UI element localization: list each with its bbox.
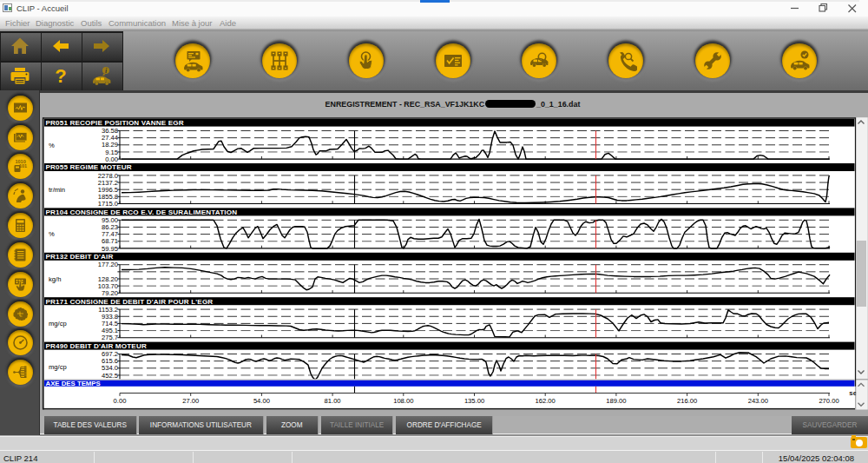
svg-text:243.00: 243.00 (748, 397, 768, 405)
svg-text:275.7: 275.7 (102, 334, 118, 341)
svg-text:270.00: 270.00 (819, 397, 838, 405)
svg-text:189.00: 189.00 (606, 397, 626, 405)
svg-text:PR490 DEBIT D'AIR MOTEUR: PR490 DEBIT D'AIR MOTEUR (46, 342, 147, 350)
svg-text:216.00: 216.00 (677, 397, 697, 405)
svg-text:108.00: 108.00 (393, 397, 413, 405)
svg-text:162.00: 162.00 (536, 397, 556, 405)
svg-text:452.5: 452.5 (102, 372, 118, 380)
svg-text:se: se (849, 389, 857, 397)
svg-text:%: % (49, 142, 55, 149)
svg-text:mg/cp: mg/cp (49, 363, 67, 371)
svg-text:mg/cp: mg/cp (49, 320, 67, 327)
svg-text:%: % (49, 230, 55, 238)
svg-text:177.20: 177.20 (98, 261, 118, 268)
svg-text:PR055 REGIME MOTEUR: PR055 REGIME MOTEUR (46, 163, 132, 171)
svg-text:PR051 RECOPIE POSITION VANNE: PR051 RECOPIE POSITION VANNE EGR (46, 119, 184, 127)
svg-text:kg/h: kg/h (49, 275, 61, 283)
svg-text:0.00: 0.00 (105, 155, 118, 163)
svg-text:59.95: 59.95 (102, 245, 118, 253)
svg-text:PR171 CONSIGNE DE DEBIT D'AIR: PR171 CONSIGNE DE DEBIT D'AIR POUR L'EGR (46, 298, 214, 306)
svg-text:135.00: 135.00 (464, 397, 484, 405)
svg-text:79.20: 79.20 (102, 289, 118, 297)
svg-text:tr/min: tr/min (49, 186, 65, 194)
svg-text:81.00: 81.00 (325, 397, 341, 405)
svg-text:27.00: 27.00 (182, 397, 199, 405)
svg-text:PR104 CONSIGNE DE RCO E.V. DE: PR104 CONSIGNE DE RCO E.V. DE SURALIMENT… (46, 208, 238, 216)
svg-text:AXE DES TEMPS: AXE DES TEMPS (46, 380, 101, 387)
svg-text:PR132 DEBIT D'AIR: PR132 DEBIT D'AIR (46, 253, 114, 261)
svg-text:1715.0: 1715.0 (98, 200, 118, 208)
svg-text:0.00: 0.00 (114, 397, 127, 405)
svg-text:54.00: 54.00 (253, 397, 270, 405)
